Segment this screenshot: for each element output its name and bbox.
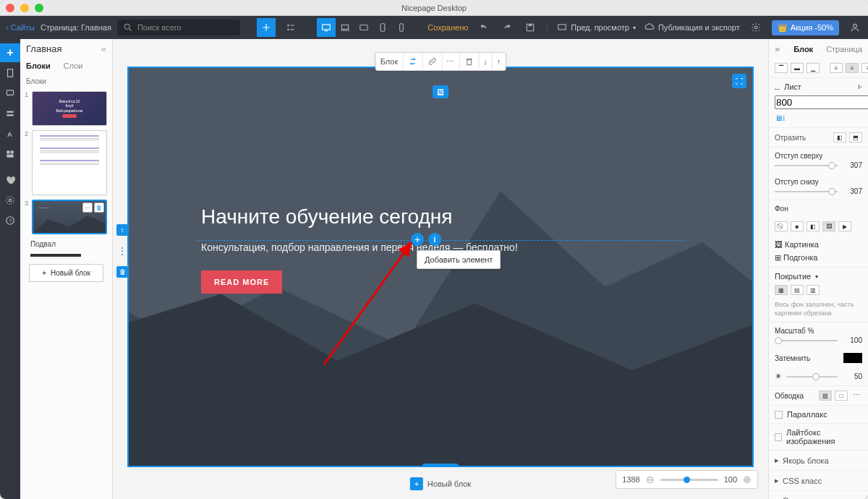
align-middle-icon[interactable]: ▬ <box>791 63 804 73</box>
outline-toggle[interactable] <box>281 18 300 37</box>
device-override-icon[interactable]: 🖥⁞ <box>775 114 786 123</box>
ft-delete-icon[interactable] <box>459 53 479 70</box>
publish-button[interactable]: Публикация и экспорт <box>644 22 740 33</box>
cover-tile-icon[interactable]: ▥ <box>807 285 820 295</box>
mirror-h-icon[interactable]: ◧ <box>833 132 846 142</box>
svg-line-32 <box>324 243 411 364</box>
thumb-more-icon[interactable]: ⋯ <box>82 202 93 213</box>
tab-block-props[interactable]: Блок <box>793 45 813 54</box>
align-bottom-icon[interactable]: ▁ <box>807 63 820 73</box>
save-button[interactable] <box>523 22 537 33</box>
bg-video-icon[interactable]: ▶ <box>838 221 851 231</box>
stroke-more-icon[interactable]: ⋯ <box>851 391 862 401</box>
align-top-icon[interactable]: ▔ <box>775 63 788 73</box>
info-circle-icon[interactable]: i <box>428 233 441 246</box>
stroke-solid-icon[interactable]: □ <box>835 391 848 401</box>
resize-handle-bottom[interactable] <box>422 464 459 466</box>
add-element-button[interactable] <box>257 18 276 37</box>
bg-image-link[interactable]: 🖼 Картинка <box>775 240 819 249</box>
settings-button[interactable] <box>749 22 763 33</box>
width-mode-icon[interactable]: ⎵ <box>775 82 780 91</box>
device-desktop[interactable] <box>317 18 336 37</box>
block-thumb-3[interactable]: ——— ⋯ 🗑 <box>32 200 107 234</box>
expand-panel-icon[interactable]: » <box>775 43 780 54</box>
ft-block-label[interactable]: Блок <box>376 53 404 70</box>
device-tablet-h[interactable] <box>354 18 373 37</box>
thumb-delete-icon[interactable]: 🗑 <box>94 202 104 213</box>
close-window[interactable] <box>6 4 14 12</box>
zoom-slider[interactable] <box>660 479 718 481</box>
account-button[interactable] <box>848 22 862 33</box>
parallax-checkbox[interactable]: Параллакс <box>769 405 868 423</box>
zoom-in-icon[interactable]: ⊕ <box>743 474 752 485</box>
darken-slider[interactable] <box>786 376 838 378</box>
rail-add-icon[interactable]: + <box>0 43 20 62</box>
zoom-out-icon[interactable]: ⊖ <box>646 474 655 485</box>
rail-help-icon[interactable]: ? <box>0 211 20 230</box>
scale-slider[interactable] <box>775 340 838 341</box>
padding-top-slider[interactable] <box>775 165 838 166</box>
cover-fit-icon[interactable]: ▤ <box>791 285 804 295</box>
block-thumb-2[interactable] <box>32 130 107 195</box>
guide-up-icon[interactable]: ↕ <box>116 224 128 236</box>
promo-badge[interactable]: 👑 Акция -50% <box>772 20 839 35</box>
css-class-expander[interactable]: ▸ CSS класс <box>769 470 868 490</box>
rail-gear-icon[interactable] <box>0 191 20 210</box>
anchor-expander[interactable]: ▸ Якорь блока <box>769 450 868 470</box>
device-phone[interactable] <box>392 18 411 37</box>
left-tool-rail: + A ? <box>0 39 20 499</box>
tab-blocks[interactable]: Блоки <box>26 61 51 70</box>
rail-layout-icon[interactable] <box>0 145 20 163</box>
selected-block: ⛶ 🖼 Начните обучение сегодня Консультаци… <box>129 68 752 466</box>
bg-image-icon[interactable]: 🖼 <box>822 221 835 231</box>
block-thumb-1[interactable]: Batumi'ca 22КлубВеб-разработки <box>32 91 107 126</box>
padding-bottom-slider[interactable] <box>775 191 838 192</box>
device-laptop[interactable] <box>336 18 354 37</box>
bg-fit-link[interactable]: ⊞ Подгонка <box>775 253 817 263</box>
collapse-panel-icon[interactable]: « <box>101 43 106 54</box>
rail-favorite-icon[interactable] <box>0 171 20 189</box>
ft-link-icon[interactable] <box>422 53 442 70</box>
heading-text[interactable]: Начните обучение сегодня <box>201 205 518 229</box>
expand-block-icon[interactable]: ⛶ <box>732 74 746 88</box>
darken-color-swatch[interactable] <box>843 353 862 363</box>
tab-page-props[interactable]: Страница <box>826 45 862 54</box>
back-crumb[interactable]: ‹ Сайты <box>6 23 35 32</box>
canvas-new-block[interactable]: + Новый блок <box>410 477 471 490</box>
maximize-window[interactable] <box>35 4 43 12</box>
rail-comment-icon[interactable] <box>0 84 20 103</box>
rail-page-icon[interactable] <box>0 64 20 82</box>
svg-rect-25 <box>7 155 13 158</box>
cover-fill-icon[interactable]: ▦ <box>775 285 788 295</box>
footer-label[interactable]: Подвал <box>30 240 102 248</box>
bg-color-icon[interactable]: ■ <box>791 221 804 231</box>
footer-thumb[interactable] <box>30 254 81 257</box>
preview-button[interactable]: Пред. просмотр ▾ <box>557 22 636 33</box>
guide-delete-icon[interactable]: 🗑 <box>116 266 128 278</box>
rail-form-icon[interactable] <box>0 104 20 123</box>
lightbox-checkbox[interactable]: Лайтбокс изображения <box>769 423 868 450</box>
ft-more-icon[interactable]: ⋯ <box>442 53 459 70</box>
new-block-button[interactable]: + Новый блок <box>29 264 103 282</box>
ft-swap-icon[interactable] <box>403 53 422 70</box>
ft-move-up-icon[interactable]: ↑ <box>493 53 506 70</box>
redo-button[interactable] <box>500 22 514 33</box>
ft-move-down-icon[interactable]: ↓ <box>479 53 493 70</box>
minimize-window[interactable] <box>20 4 29 12</box>
bg-gradient-icon[interactable]: ◧ <box>807 221 820 231</box>
block-width-input[interactable] <box>775 95 868 109</box>
valign-1-icon[interactable]: ≡ <box>830 63 843 73</box>
tab-layers[interactable]: Слои <box>64 61 83 70</box>
valign-3-icon[interactable]: ≡ <box>861 63 868 73</box>
stroke-none-icon[interactable]: ▨ <box>819 391 832 401</box>
undo-button[interactable] <box>477 22 491 33</box>
bg-none-icon[interactable]: ⃠ <box>775 221 788 231</box>
hide-devices-expander[interactable]: ▸ Скрыть на устройствах <box>769 490 868 499</box>
align-icons: ▔ ▬ ▁ ≡ ≡ ≡ <box>775 63 868 73</box>
search-input[interactable]: Поиск всего <box>117 20 240 35</box>
device-tablet-v[interactable] <box>373 18 392 37</box>
valign-2-icon[interactable]: ≡ <box>846 63 859 73</box>
rail-text-icon[interactable]: A <box>0 124 20 143</box>
cta-button[interactable]: READ MORE <box>201 270 282 294</box>
mirror-v-icon[interactable]: ⬒ <box>849 132 862 142</box>
